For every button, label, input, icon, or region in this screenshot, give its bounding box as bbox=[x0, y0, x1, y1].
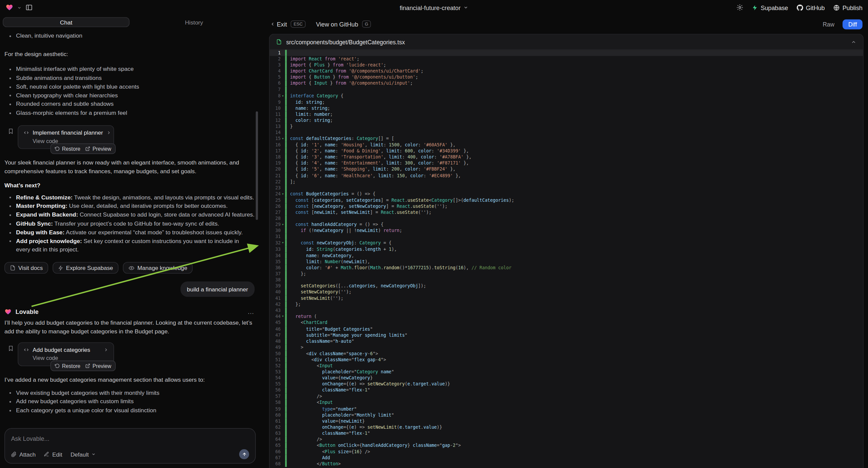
code-line[interactable]: 67 Add bbox=[270, 455, 863, 461]
chat-input[interactable] bbox=[11, 435, 249, 442]
tab-chat[interactable]: Chat bbox=[3, 17, 129, 27]
code-line[interactable]: 51 <div className="flex gap-4"> bbox=[270, 356, 863, 362]
restore-button[interactable]: Restore bbox=[55, 146, 80, 152]
code-line[interactable]: 46 title="Budget Categories" bbox=[270, 326, 863, 332]
view-code-link[interactable]: View code bbox=[33, 138, 108, 144]
code-line[interactable]: 24▾const BudgetCategories = () => { bbox=[270, 191, 863, 197]
code-line[interactable]: 3import { Plus } from 'lucide-react'; bbox=[270, 62, 863, 68]
code-line[interactable]: 68 </Button> bbox=[270, 461, 863, 467]
version-card-implement-financial-planner[interactable]: Implement financial planner View code Re… bbox=[18, 125, 114, 149]
code-line[interactable]: 57 /> bbox=[270, 393, 863, 400]
code-line[interactable]: 31 bbox=[270, 234, 863, 240]
code-line[interactable]: 49 > bbox=[270, 345, 863, 351]
preview-button[interactable]: Preview bbox=[85, 146, 111, 152]
fold-chevron-icon[interactable]: ▾ bbox=[280, 93, 285, 99]
code-line[interactable]: 56 className="flex-1" bbox=[270, 387, 863, 393]
code-line[interactable]: 21 { id: '6', name: 'Healthcare', limit:… bbox=[270, 173, 863, 179]
diff-toggle-button[interactable]: Diff bbox=[843, 19, 863, 29]
code-line[interactable]: 34 name: newCategory, bbox=[270, 253, 863, 259]
exit-button[interactable]: Exit bbox=[270, 21, 287, 28]
code-line[interactable]: 23 bbox=[270, 185, 863, 191]
code-line[interactable]: 35 limit: Number(newLimit), bbox=[270, 259, 863, 265]
code-line[interactable]: 42 }; bbox=[270, 301, 863, 308]
code-line[interactable]: 43 bbox=[270, 308, 863, 314]
code-line[interactable]: 38 bbox=[270, 277, 863, 283]
project-switcher[interactable]: financial-future-creator bbox=[400, 4, 468, 11]
code-line[interactable]: 53 placeholder="Category name" bbox=[270, 369, 863, 375]
code-line[interactable]: 1 bbox=[270, 50, 863, 56]
code-line[interactable]: 36 color: '#' + Math.floor(Math.random()… bbox=[270, 265, 863, 271]
code-line[interactable]: 19 { id: '4', name: 'Entertainment', lim… bbox=[270, 160, 863, 166]
code-line[interactable]: 32▾ const newCategoryObj: Category = { bbox=[270, 240, 863, 246]
github-button[interactable]: GitHub bbox=[797, 4, 825, 11]
version-card-add-budget-categories[interactable]: Add budget categories View code Restore bbox=[18, 343, 114, 366]
restore-button[interactable]: Restore bbox=[55, 363, 80, 369]
view-code-link[interactable]: View code bbox=[33, 355, 108, 361]
view-on-github-button[interactable]: View on GitHub bbox=[316, 21, 358, 28]
code-line[interactable]: 59 type="number" bbox=[270, 406, 863, 412]
publish-button[interactable]: Publish bbox=[833, 4, 863, 11]
code-line[interactable]: 15▾const defaultCategories: Category[] =… bbox=[270, 136, 863, 142]
code-line[interactable]: 41 setNewLimit(''); bbox=[270, 295, 863, 301]
code-line[interactable]: 26 const [newCategory, setNewCategory] =… bbox=[270, 203, 863, 209]
chevron-right-icon[interactable] bbox=[104, 348, 109, 352]
manage-knowledge-button[interactable]: Manage knowledge bbox=[123, 262, 193, 274]
code-line[interactable]: 58 <Input bbox=[270, 400, 863, 406]
chat-message-list[interactable]: Clean, intuitive navigation For the desi… bbox=[0, 28, 260, 424]
code-line[interactable]: 64 /> bbox=[270, 436, 863, 442]
code-line[interactable]: 60 placeholder="Monthly limit" bbox=[270, 412, 863, 418]
code-line[interactable]: 54 value={newCategory} bbox=[270, 375, 863, 381]
collapse-chevron-up-icon[interactable] bbox=[851, 39, 856, 44]
code-line[interactable]: 50 <div className="space-y-6"> bbox=[270, 351, 863, 356]
code-line[interactable]: 55 onChange={(e) => setNewCategory(e.tar… bbox=[270, 381, 863, 387]
code-line[interactable]: 40 setNewCategory(''); bbox=[270, 289, 863, 295]
code-line[interactable]: 28 bbox=[270, 215, 863, 222]
logo-menu-chevron-icon[interactable] bbox=[17, 5, 22, 10]
code-line[interactable]: 6import { Input } from '@/components/ui/… bbox=[270, 81, 863, 87]
code-line[interactable]: 61 value={newLimit} bbox=[270, 418, 863, 424]
attach-button[interactable]: Attach bbox=[11, 451, 36, 457]
raw-toggle-button[interactable]: Raw bbox=[818, 19, 839, 29]
code-line[interactable]: 14 bbox=[270, 129, 863, 136]
code-line[interactable]: 48 className="h-auto" bbox=[270, 339, 863, 345]
code-line[interactable]: 12 color: string; bbox=[270, 117, 863, 123]
fold-chevron-icon[interactable]: ▾ bbox=[280, 222, 285, 228]
tab-history[interactable]: History bbox=[130, 17, 257, 27]
preview-button[interactable]: Preview bbox=[85, 363, 111, 369]
code-line[interactable]: 66 <Plus size={16} /> bbox=[270, 449, 863, 455]
code-line[interactable]: 10 name: string; bbox=[270, 105, 863, 111]
fold-chevron-icon[interactable]: ▾ bbox=[280, 240, 285, 246]
message-options-button[interactable]: … bbox=[248, 308, 255, 316]
code-line[interactable]: 2import React from 'react'; bbox=[270, 56, 863, 62]
fold-chevron-icon[interactable]: ▾ bbox=[280, 136, 285, 142]
code-line[interactable]: 47 subtitle="Manage your spending limits… bbox=[270, 332, 863, 338]
send-button[interactable] bbox=[239, 449, 249, 459]
edit-mode-button[interactable]: Edit bbox=[44, 451, 62, 457]
code-line[interactable]: 11 limit: number; bbox=[270, 111, 863, 117]
code-line[interactable]: 37 }; bbox=[270, 271, 863, 276]
code-line[interactable]: 5import { Button } from '@/components/ui… bbox=[270, 75, 863, 81]
chevron-right-icon[interactable] bbox=[106, 130, 112, 135]
code-line[interactable]: 39 setCategories([...categories, newCate… bbox=[270, 283, 863, 289]
code-line[interactable]: 33 id: String(categories.length + 1), bbox=[270, 246, 863, 252]
code-line[interactable]: 18 { id: '3', name: 'Transportation', li… bbox=[270, 154, 863, 160]
code-line[interactable]: 30 if (!newCategory || !newLimit) return… bbox=[270, 228, 863, 234]
code-line[interactable]: 20 { id: '5', name: 'Shopping', limit: 2… bbox=[270, 167, 863, 173]
settings-gear-icon[interactable] bbox=[737, 4, 744, 11]
scrollbar-thumb[interactable] bbox=[256, 112, 258, 220]
code-line[interactable]: 7 bbox=[270, 87, 863, 93]
toggle-sidebar-icon[interactable] bbox=[26, 4, 33, 11]
code-line[interactable]: 9 id: string; bbox=[270, 99, 863, 105]
code-line[interactable]: 52 <Input bbox=[270, 363, 863, 369]
bookmark-icon[interactable] bbox=[8, 345, 14, 352]
visit-docs-button[interactable]: Visit docs bbox=[4, 262, 48, 274]
supabase-button[interactable]: Supabase bbox=[752, 4, 788, 11]
code-line[interactable]: 63 className="flex-1" bbox=[270, 430, 863, 436]
code-line[interactable]: 8▾interface Category { bbox=[270, 93, 863, 99]
lovable-logo-icon[interactable] bbox=[5, 4, 13, 11]
code-line[interactable]: 13} bbox=[270, 123, 863, 129]
code-line[interactable]: 62 onChange={(e) => setNewLimit(e.target… bbox=[270, 424, 863, 430]
fold-chevron-icon[interactable]: ▾ bbox=[280, 191, 285, 197]
explore-supabase-button[interactable]: Explore Supabase bbox=[53, 262, 118, 274]
code-line[interactable]: 25 const [categories, setCategories] = R… bbox=[270, 197, 863, 203]
